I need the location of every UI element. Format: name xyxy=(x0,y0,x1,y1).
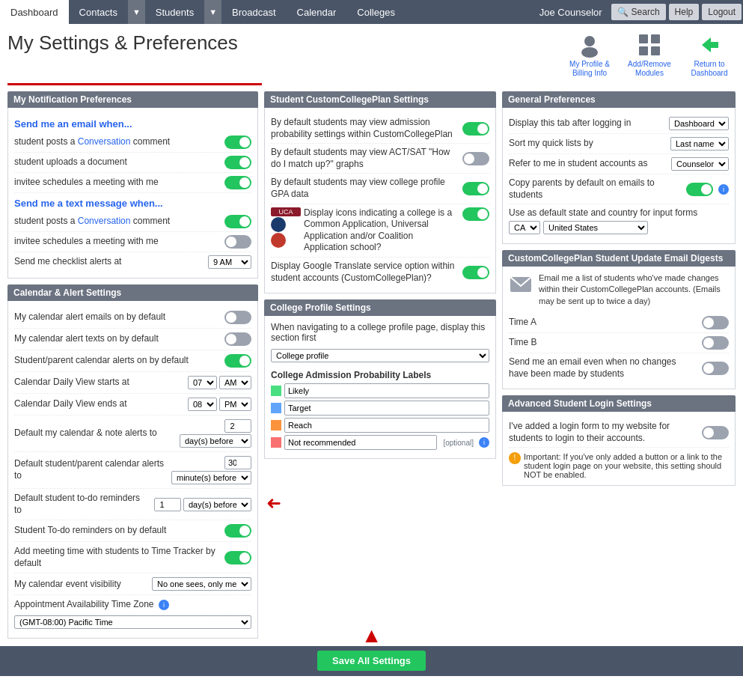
prob-input-1[interactable] xyxy=(284,401,489,416)
todo-on-toggle[interactable] xyxy=(224,524,251,538)
prob-input-2[interactable] xyxy=(284,418,489,433)
copy-parents-toggle[interactable] xyxy=(686,183,713,196)
digest-no-changes-row: Send me an email even when no changes ha… xyxy=(509,353,729,383)
text-toggle-1[interactable] xyxy=(224,235,251,249)
page-header: My Settings & Preferences My Profile & B… xyxy=(0,24,743,82)
cal-toggle-2[interactable] xyxy=(224,354,251,368)
nav-broadcast[interactable]: Broadcast xyxy=(221,0,287,24)
warning-icon: ! xyxy=(509,452,521,464)
logout-button[interactable]: Logout xyxy=(702,4,742,20)
nav-calendar[interactable]: Calendar xyxy=(287,0,347,24)
modules-label: Add/Remove Modules xyxy=(623,60,676,78)
digest-time-a-toggle[interactable] xyxy=(702,316,729,329)
text-toggle-0[interactable] xyxy=(224,215,251,228)
visibility-row: My calendar event visibility No one sees… xyxy=(14,573,251,595)
prob-color-2 xyxy=(271,420,281,430)
college-profile-section: College Profile Settings When navigating… xyxy=(264,299,496,459)
todo-input[interactable] xyxy=(154,498,181,511)
state-select[interactable]: CANYTX xyxy=(509,221,540,234)
default-note-controls: day(s) beforehour(s) before xyxy=(180,419,251,448)
digest-no-changes-toggle[interactable] xyxy=(702,362,729,375)
gen-select-1[interactable]: Last nameFirst name xyxy=(670,137,729,150)
search-icon: 🔍 xyxy=(617,7,629,17)
default-student-input[interactable] xyxy=(224,456,251,469)
nav-dashboard[interactable]: Dashboard xyxy=(0,0,69,24)
prob-input-3[interactable] xyxy=(284,435,437,450)
help-button[interactable]: Help xyxy=(669,4,700,20)
return-label: Return to Dashboard xyxy=(683,60,736,78)
daily-start-ampm[interactable]: AMPM xyxy=(219,376,251,389)
notification-header: My Notification Preferences xyxy=(7,91,258,108)
add-remove-action[interactable]: Add/Remove Modules xyxy=(623,31,676,78)
ccp-toggle-4[interactable] xyxy=(462,266,489,279)
gen-select-0[interactable]: DashboardContacts xyxy=(669,117,729,130)
country-select[interactable]: United StatesCanada xyxy=(543,221,648,234)
nav-contacts[interactable]: Contacts xyxy=(69,0,128,24)
copy-parents-info-icon[interactable]: i xyxy=(718,184,729,195)
text-label-1: invitee schedules a meeting with me xyxy=(14,236,224,248)
timezone-row: Appointment Availability Time Zone i xyxy=(14,595,251,615)
gen-select-2[interactable]: CounselorAdvisor xyxy=(671,157,729,171)
nav-students-dropdown[interactable]: ▼ xyxy=(204,0,221,24)
my-profile-action[interactable]: My Profile & Billing Info xyxy=(563,31,616,78)
modules-icon xyxy=(636,31,663,58)
todo-area: Default student to-do reminders to day(s… xyxy=(14,489,251,520)
text-row-0: student posts a Conversation comment xyxy=(14,212,251,232)
ccp-toggle-0[interactable] xyxy=(462,122,489,136)
prob-row-1 xyxy=(271,401,489,416)
email-row-1: student uploads a document xyxy=(14,153,251,173)
daily-start-hour[interactable]: 070809 xyxy=(188,376,217,389)
gen-row-3: Copy parents by default on emails to stu… xyxy=(509,174,729,204)
search-button[interactable]: 🔍 Search xyxy=(611,4,666,20)
prob-input-0[interactable] xyxy=(284,383,489,398)
return-dashboard-action[interactable]: Return to Dashboard xyxy=(683,31,736,78)
checklist-select[interactable]: 9 AM8 AM10 AM xyxy=(208,255,251,269)
ccp-toggle-2[interactable] xyxy=(462,182,489,195)
digest-header: CustomCollegePlan Student Update Email D… xyxy=(502,250,736,267)
nav-username: Joe Counselor xyxy=(532,7,610,18)
cal-toggle-0[interactable] xyxy=(224,311,251,324)
email-label-2: invitee schedules a meeting with me xyxy=(14,177,224,189)
profile-label: My Profile & Billing Info xyxy=(563,60,616,78)
default-student-unit[interactable]: minute(s) beforeday(s) before xyxy=(171,471,251,484)
ccp-section: Student CustomCollegePlan Settings By de… xyxy=(264,91,496,293)
meeting-toggle[interactable] xyxy=(224,551,251,564)
ccp-toggle-1[interactable] xyxy=(462,152,489,165)
nav-students[interactable]: Students xyxy=(145,0,204,24)
college-profile-body: When navigating to a college profile pag… xyxy=(264,316,496,459)
svg-rect-3 xyxy=(651,34,660,43)
todo-on-row: Student To-do reminders on by default xyxy=(14,520,251,542)
svg-rect-5 xyxy=(651,46,660,55)
nav-colleges[interactable]: Colleges xyxy=(346,0,406,24)
default-student-label: Default student/parent calendar alerts t… xyxy=(14,458,171,481)
timezone-info-icon[interactable]: i xyxy=(159,600,169,610)
email-toggle-1[interactable] xyxy=(224,156,251,169)
timezone-select[interactable]: (GMT-08:00) Pacific Time (GMT-05:00) Eas… xyxy=(14,615,251,629)
cal-row-0: My calendar alert emails on by default xyxy=(14,307,251,329)
default-note-input[interactable] xyxy=(224,419,251,433)
nav-bar: Dashboard Contacts ▼ Students ▼ Broadcas… xyxy=(0,0,743,24)
visibility-select[interactable]: No one sees, only me Everyone xyxy=(152,577,251,591)
notification-body: Send me an email when... student posts a… xyxy=(7,108,258,279)
advanced-login-toggle[interactable] xyxy=(702,426,729,439)
default-note-unit[interactable]: day(s) beforehour(s) before xyxy=(180,434,251,448)
email-toggle-0[interactable] xyxy=(224,136,251,149)
display-section-select[interactable]: College profile Admission Costs & Aid Ac… xyxy=(271,349,489,362)
nav-contacts-dropdown[interactable]: ▼ xyxy=(128,0,145,24)
cal-toggle-1[interactable] xyxy=(224,332,251,346)
default-note-label: Default my calendar & note alerts to xyxy=(14,427,180,439)
gen-row-0: Display this tab after logging in Dashbo… xyxy=(509,114,729,134)
todo-unit-select[interactable]: day(s) before xyxy=(183,498,251,511)
ccp-toggle-3[interactable] xyxy=(462,207,489,221)
coalition-icon xyxy=(271,217,286,232)
email-toggle-2[interactable] xyxy=(224,176,251,189)
prob-info-icon[interactable]: i xyxy=(479,437,489,448)
email-label-0: student posts a Conversation comment xyxy=(14,136,224,148)
digest-time-b-toggle[interactable] xyxy=(702,336,729,350)
daily-end-ampm[interactable]: PMAM xyxy=(219,398,251,411)
save-button[interactable]: Save All Settings xyxy=(317,651,426,671)
todo-row: Default student to-do reminders to day(s… xyxy=(14,489,251,520)
daily-end-hour[interactable]: 0809 xyxy=(188,398,217,411)
page-title: My Settings & Preferences xyxy=(7,31,238,55)
calendar-section: Calendar & Alert Settings My calendar al… xyxy=(7,284,258,639)
